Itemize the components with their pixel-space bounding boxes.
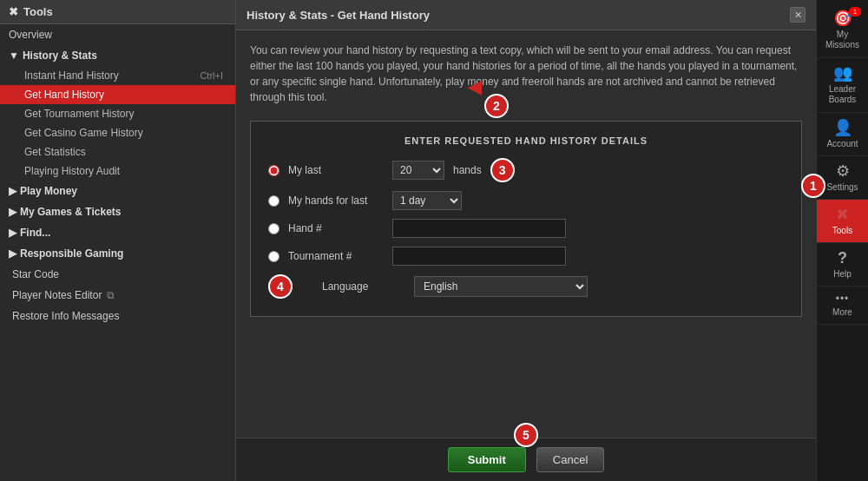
- sidebar-item-get-casino-game-history[interactable]: Get Casino Game History: [0, 123, 235, 142]
- sidebar-header: ✖ Tools: [0, 0, 235, 24]
- shortcut-label: Ctrl+I: [200, 70, 223, 81]
- form-row-hand-number: Hand #: [268, 219, 784, 238]
- radio-label-hand-number: Hand #: [288, 222, 384, 234]
- copy-icon: ⧉: [107, 289, 115, 301]
- sidebar-item-get-hand-history[interactable]: Get Hand History: [0, 85, 235, 104]
- sidebar-section-find[interactable]: ▶ Find...: [0, 222, 235, 243]
- language-label: Language: [301, 280, 405, 293]
- expand-arrow-icon-4: ▶: [9, 227, 16, 239]
- form-box: ENTER REQUESTED HAND HISTORY DETAILS My …: [250, 121, 802, 317]
- right-sidebar-item-leaderboards[interactable]: 👥 LeaderBoards: [817, 58, 868, 113]
- more-icon: •••: [836, 293, 850, 304]
- right-sidebar-item-help[interactable]: ? Help: [817, 243, 868, 287]
- sidebar-item-playing-history-audit[interactable]: Playing History Audit: [0, 161, 235, 181]
- language-select[interactable]: English French German Spanish: [414, 276, 588, 297]
- main-body: You can review your hand history by requ…: [236, 30, 816, 438]
- right-sidebar-item-missions[interactable]: 🎯 1 MyMissions: [817, 3, 868, 58]
- sidebar-item-get-tournament-history[interactable]: Get Tournament History: [0, 104, 235, 123]
- right-sidebar: 1 🎯 1 MyMissions 👥 LeaderBoards 👤 Accoun…: [816, 0, 868, 481]
- left-sidebar: ✖ Tools Overview ▼ History & Stats Insta…: [0, 0, 236, 481]
- sidebar-section-my-games[interactable]: ▶ My Games & Tickets: [0, 201, 235, 222]
- sidebar-section-responsible-gaming[interactable]: ▶ Responsible Gaming: [0, 243, 235, 264]
- leaderboards-label: LeaderBoards: [829, 84, 857, 105]
- count-select[interactable]: 20 50 100: [392, 161, 444, 180]
- sidebar-item-instant-hand-history[interactable]: Instant Hand History Ctrl+I: [0, 66, 235, 85]
- leaderboards-icon: 👥: [833, 65, 852, 81]
- sidebar-item-player-notes-editor[interactable]: Player Notes Editor ⧉: [0, 285, 235, 306]
- close-button[interactable]: ✕: [790, 7, 806, 23]
- more-label: More: [832, 307, 852, 317]
- tools-icon: ✖: [9, 5, 18, 18]
- help-label: Help: [833, 269, 852, 279]
- sidebar-item-restore-info-messages[interactable]: Restore Info Messages: [0, 306, 235, 326]
- period-select[interactable]: 1 day 1 week 1 month: [392, 191, 462, 210]
- annotation-3: 3: [490, 158, 515, 182]
- hands-label: hands: [453, 164, 482, 176]
- account-icon: 👤: [833, 120, 852, 135]
- radio-my-last[interactable]: [268, 165, 279, 176]
- main-header: History & Stats - Get Hand History ✕: [236, 0, 816, 30]
- tournament-number-input[interactable]: [392, 247, 566, 266]
- form-row-tournament-number: Tournament #: [268, 247, 784, 266]
- language-row: 4 Language English French German Spanish: [268, 274, 784, 299]
- right-sidebar-item-more[interactable]: ••• More: [817, 287, 868, 325]
- sidebar-title: Tools: [23, 5, 53, 18]
- radio-label-my-last: My last: [288, 164, 384, 176]
- tools-icon-right: ✖: [836, 207, 849, 222]
- settings-label: Settings: [826, 182, 858, 192]
- sidebar-items-list: Overview ▼ History & Stats Instant Hand …: [0, 24, 235, 481]
- form-row-my-last: My last 20 50 100 hands 3: [268, 158, 784, 182]
- expand-arrow-icon-2: ▶: [9, 185, 16, 197]
- form-box-title: ENTER REQUESTED HAND HISTORY DETAILS: [268, 135, 784, 146]
- expand-arrow-icon: ▼: [9, 49, 19, 62]
- radio-tournament-number[interactable]: [268, 251, 279, 262]
- radio-label-tournament-number: Tournament #: [288, 250, 384, 262]
- right-sidebar-item-tools[interactable]: ✖ Tools: [817, 200, 868, 243]
- missions-badge: 1: [849, 7, 861, 16]
- cancel-button[interactable]: Cancel: [536, 447, 604, 472]
- account-label: Account: [826, 139, 858, 148]
- radio-hands-for-last[interactable]: [268, 195, 279, 207]
- expand-arrow-icon-3: ▶: [9, 206, 16, 218]
- sidebar-section-play-money[interactable]: ▶ Play Money: [0, 181, 235, 201]
- sidebar-item-overview[interactable]: Overview: [0, 24, 235, 45]
- description-text: You can review your hand history by requ…: [250, 43, 802, 105]
- submit-button[interactable]: Submit: [448, 447, 526, 472]
- sidebar-item-get-statistics[interactable]: Get Statistics: [0, 142, 235, 161]
- form-row-hands-for-last: My hands for last 1 day 1 week 1 month: [268, 191, 784, 210]
- main-header-title: History & Stats - Get Hand History: [247, 9, 430, 22]
- settings-icon: ⚙: [836, 163, 850, 179]
- missions-label: MyMissions: [825, 30, 859, 50]
- annotation-4: 4: [268, 274, 293, 299]
- right-sidebar-item-settings[interactable]: ⚙ Settings: [817, 156, 868, 200]
- tools-label: Tools: [832, 226, 852, 235]
- sidebar-section-history-stats[interactable]: ▼ History & Stats: [0, 45, 235, 66]
- radio-label-hands-for-last: My hands for last: [288, 194, 384, 207]
- expand-arrow-icon-5: ▶: [9, 247, 16, 260]
- hand-number-input[interactable]: [392, 219, 566, 238]
- sidebar-item-star-code[interactable]: Star Code: [0, 264, 235, 285]
- main-content-wrapper: 2 ◀ History & Stats - Get Hand History ✕…: [236, 0, 816, 481]
- main-footer: 5 Submit Cancel: [236, 438, 816, 481]
- right-sidebar-item-account[interactable]: 👤 Account: [817, 113, 868, 156]
- main-content: History & Stats - Get Hand History ✕ You…: [236, 0, 816, 481]
- help-icon: ?: [838, 250, 847, 266]
- radio-hand-number[interactable]: [268, 223, 279, 234]
